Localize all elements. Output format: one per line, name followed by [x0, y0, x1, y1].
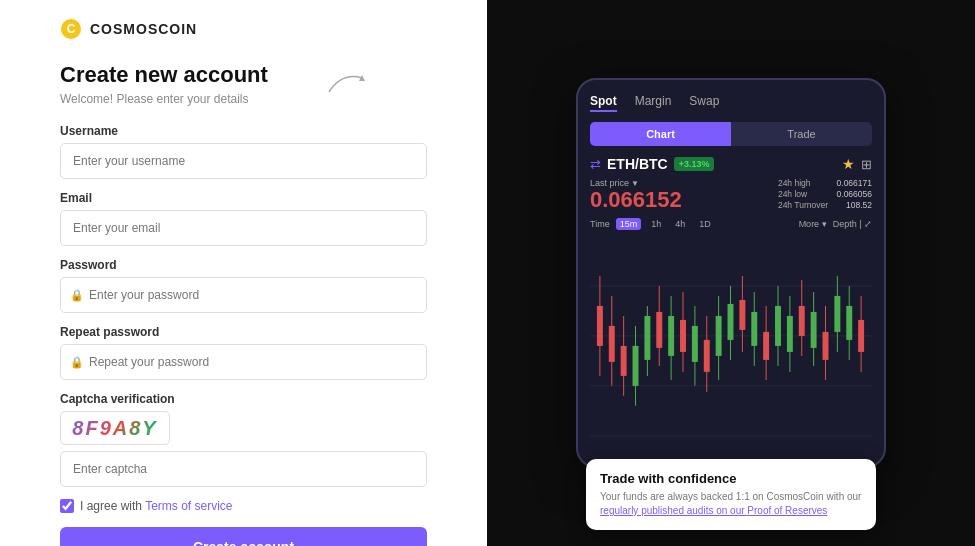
- time-15m[interactable]: 15m: [616, 218, 642, 230]
- captcha-image: 8F9A8Y: [60, 411, 170, 445]
- svg-rect-12: [621, 346, 627, 376]
- svg-rect-18: [656, 312, 662, 348]
- svg-rect-28: [716, 316, 722, 356]
- terms-row: I agree with Terms of service: [60, 499, 427, 513]
- price-right: 24h high 0.066171 24h low 0.066056 24h T…: [778, 178, 872, 211]
- username-label: Username: [60, 124, 427, 138]
- svg-rect-38: [775, 306, 781, 346]
- phone-inner: Spot Margin Swap Chart Trade ⇄ ETH/BTC +…: [578, 80, 884, 466]
- candlestick-chart: [590, 236, 872, 456]
- repeat-password-field-group: Repeat password 🔒: [60, 325, 427, 380]
- logo-icon: C: [60, 18, 82, 40]
- svg-rect-50: [846, 306, 852, 340]
- big-price: 0.066152: [590, 188, 682, 212]
- tab-swap[interactable]: Swap: [689, 94, 719, 112]
- svg-text:C: C: [67, 22, 76, 36]
- repeat-password-input-wrapper: 🔒: [60, 344, 427, 380]
- svg-rect-34: [751, 312, 757, 346]
- left-panel: C COSMOSCOIN Create new account Welcome!…: [0, 0, 487, 546]
- grid-icon[interactable]: ⊞: [861, 157, 872, 172]
- terms-text: I agree with Terms of service: [80, 499, 233, 513]
- pair-label: ETH/BTC: [607, 156, 668, 172]
- form-subtitle: Welcome! Please enter your details: [60, 92, 427, 106]
- svg-rect-36: [763, 332, 769, 360]
- svg-rect-30: [728, 304, 734, 340]
- high-val: 0.066171: [837, 178, 872, 188]
- svg-rect-14: [633, 346, 639, 386]
- email-field-group: Email: [60, 191, 427, 246]
- pair-actions: ★ ⊞: [842, 156, 872, 172]
- password-field-group: Password 🔒: [60, 258, 427, 313]
- captcha-input[interactable]: [60, 451, 427, 487]
- form-title: Create new account: [60, 62, 427, 88]
- tab-margin[interactable]: Margin: [635, 94, 672, 112]
- lock-icon-2: 🔒: [70, 356, 84, 369]
- logo-area: C COSMOSCOIN: [60, 18, 427, 40]
- repeat-password-label: Repeat password: [60, 325, 427, 339]
- time-1d[interactable]: 1D: [695, 218, 715, 230]
- password-input[interactable]: [60, 277, 427, 313]
- email-input[interactable]: [60, 210, 427, 246]
- pair-change-badge: +3.13%: [674, 157, 715, 171]
- phone-tabs: Spot Margin Swap: [590, 94, 872, 112]
- svg-rect-52: [858, 320, 864, 352]
- username-field-group: Username: [60, 124, 427, 179]
- svg-rect-16: [644, 316, 650, 360]
- repeat-password-input[interactable]: [60, 344, 427, 380]
- high-label: 24h high: [778, 178, 811, 188]
- chart-toggle-btn[interactable]: Chart: [590, 122, 731, 146]
- pair-row: ⇄ ETH/BTC +3.13% ★ ⊞: [590, 156, 872, 172]
- password-label: Password: [60, 258, 427, 272]
- svg-rect-22: [680, 320, 686, 352]
- low-val: 0.066056: [837, 189, 872, 199]
- confidence-popup: Trade with confidence Your funds are alw…: [586, 459, 876, 530]
- time-label: Time: [590, 219, 610, 229]
- time-bar: Time 15m 1h 4h 1D More ▾ Depth | ⤢: [590, 218, 872, 230]
- stat-row-high: 24h high 0.066171: [778, 178, 872, 188]
- low-label: 24h low: [778, 189, 807, 199]
- captcha-section: Captcha verification 8F9A8Y: [60, 392, 427, 487]
- confidence-text: Your funds are always backed 1:1 on Cosm…: [600, 490, 862, 518]
- create-account-button[interactable]: Create account: [60, 527, 427, 546]
- svg-rect-8: [597, 306, 603, 346]
- svg-rect-46: [823, 332, 829, 360]
- username-input[interactable]: [60, 143, 427, 179]
- confidence-title: Trade with confidence: [600, 471, 862, 486]
- pair-name: ⇄ ETH/BTC +3.13%: [590, 156, 714, 172]
- svg-rect-26: [704, 340, 710, 372]
- confidence-link[interactable]: regularly published audits on our Proof …: [600, 505, 827, 516]
- password-input-wrapper: 🔒: [60, 277, 427, 313]
- svg-rect-48: [834, 296, 840, 332]
- svg-rect-24: [692, 326, 698, 362]
- star-icon[interactable]: ★: [842, 156, 855, 172]
- svg-rect-42: [799, 306, 805, 336]
- right-panel: Spot Margin Swap Chart Trade ⇄ ETH/BTC +…: [487, 0, 975, 546]
- price-stats: Last price ▼ 0.066152 24h high 0.066171 …: [590, 178, 872, 212]
- svg-rect-40: [787, 316, 793, 352]
- terms-checkbox[interactable]: [60, 499, 74, 513]
- tab-spot[interactable]: Spot: [590, 94, 617, 112]
- svg-rect-32: [739, 300, 745, 330]
- time-1h[interactable]: 1h: [647, 218, 665, 230]
- turnover-label: 24h Turnover: [778, 200, 828, 210]
- lock-icon: 🔒: [70, 289, 84, 302]
- terms-link[interactable]: Terms of service: [145, 499, 232, 513]
- logo-text: COSMOSCOIN: [90, 21, 197, 37]
- more-btn[interactable]: More ▾: [799, 219, 827, 229]
- price-left: Last price ▼ 0.066152: [590, 178, 682, 212]
- chart-area: [590, 236, 872, 456]
- email-label: Email: [60, 191, 427, 205]
- stat-row-turnover: 24h Turnover 108.52: [778, 200, 872, 210]
- time-4h[interactable]: 4h: [671, 218, 689, 230]
- stat-row-low: 24h low 0.066056: [778, 189, 872, 199]
- svg-rect-20: [668, 316, 674, 356]
- phone-mockup: Spot Margin Swap Chart Trade ⇄ ETH/BTC +…: [576, 78, 886, 468]
- captcha-label: Captcha verification: [60, 392, 427, 406]
- chart-trade-toggle: Chart Trade: [590, 122, 872, 146]
- turnover-val: 108.52: [846, 200, 872, 210]
- svg-rect-44: [811, 312, 817, 348]
- svg-rect-10: [609, 326, 615, 362]
- trade-toggle-btn[interactable]: Trade: [731, 122, 872, 146]
- pair-arrows-icon: ⇄: [590, 157, 601, 172]
- depth-btn[interactable]: Depth | ⤢: [833, 219, 872, 229]
